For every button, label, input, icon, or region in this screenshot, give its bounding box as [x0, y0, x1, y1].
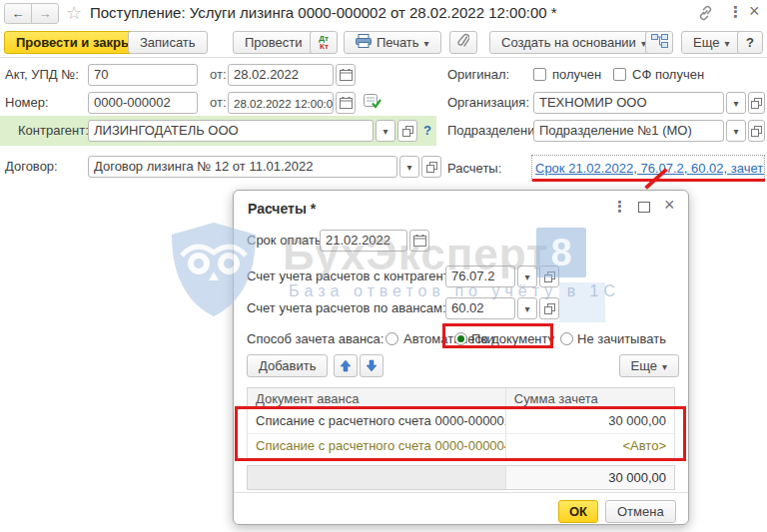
contract-input[interactable]: Договор лизинга № 12 от 11.01.2022 — [88, 156, 397, 178]
toolbar: Провести и закрыть Записать Провести ДтК… — [0, 28, 767, 58]
column-amount[interactable]: Сумма зачета — [505, 388, 674, 410]
contractor-field: ЛИЗИНГОДАТЕЛЬ ООО — [88, 120, 417, 142]
open-item-icon[interactable] — [539, 266, 559, 287]
dtkt-postings-button[interactable]: ДтКт — [310, 31, 338, 54]
act-number-input[interactable]: 70 — [88, 64, 198, 86]
favorite-star-icon[interactable] — [66, 2, 82, 24]
arrow-down-icon — [366, 359, 378, 372]
create-based-on-label: Создать на основании — [501, 35, 636, 50]
advance-account-input[interactable]: 60.02 — [445, 297, 515, 319]
original-received-checkbox[interactable] — [533, 68, 546, 81]
table-row[interactable]: Списание с расчетного счета 0000-000001 … — [248, 409, 674, 434]
document-number-input[interactable]: 0000-000002 — [88, 92, 198, 114]
related-documents-button[interactable] — [645, 31, 673, 54]
more-button[interactable]: Еще — [681, 31, 741, 54]
radio-no-offset[interactable] — [560, 332, 573, 345]
contract-label: Договор: — [5, 156, 58, 178]
arrow-up-icon — [340, 359, 352, 372]
settlements-dialog: Расчеты * Срок оплаты: 21.02.2022 Счет у… — [233, 190, 689, 525]
document-datetime-input[interactable]: 28.02.2022 12:00:00 — [228, 92, 334, 114]
save-button[interactable]: Записать — [128, 31, 208, 54]
dtkt-icon: ДтКт — [319, 35, 329, 51]
post-button[interactable]: Провести — [233, 31, 315, 54]
calendar-icon[interactable] — [336, 64, 356, 86]
dropdown-button[interactable] — [517, 266, 537, 287]
contract-field: Договор лизинга № 12 от 11.01.2022 — [88, 156, 441, 178]
move-row-up-button[interactable] — [334, 354, 358, 377]
radio-by-document[interactable] — [454, 332, 467, 345]
due-date-field: 21.02.2022 — [320, 230, 429, 252]
paperclip-icon — [457, 33, 469, 52]
create-based-on-button[interactable]: Создать на основании — [489, 31, 658, 54]
window-menu-icon[interactable] — [728, 3, 743, 21]
department-input[interactable]: Подразделение №1 (МО) — [533, 120, 724, 142]
printer-icon — [356, 34, 372, 51]
organization-input[interactable]: ТЕХНОМИР ООО — [533, 92, 724, 114]
row-document: Списание с расчетного счета 0000-000004 … — [248, 434, 505, 458]
dropdown-button[interactable] — [399, 156, 419, 178]
dropdown-button[interactable] — [726, 92, 746, 114]
forward-button[interactable] — [31, 3, 59, 24]
set-current-time-icon[interactable] — [364, 94, 382, 113]
act-date-input[interactable]: 28.02.2022 — [228, 64, 334, 86]
contractor-input[interactable]: ЛИЗИНГОДАТЕЛЬ ООО — [88, 120, 374, 142]
dropdown-button[interactable] — [376, 120, 395, 142]
add-row-button[interactable]: Добавить — [247, 354, 328, 377]
settlements-label: Расчеты: — [447, 158, 501, 180]
act-date-field: 28.02.2022 — [228, 64, 356, 86]
total-spacer — [248, 466, 505, 489]
help-button[interactable]: ? — [737, 31, 763, 54]
dialog-footer-divider — [234, 492, 688, 493]
radio-no-offset-label[interactable]: Не зачитывать — [577, 328, 666, 350]
table-row[interactable]: Списание с расчетного счета 0000-000004 … — [248, 434, 674, 459]
sf-received-text[interactable]: СФ получен — [632, 64, 704, 86]
attachments-button[interactable] — [449, 31, 477, 54]
window-close-icon[interactable] — [749, 1, 760, 22]
radio-automatic[interactable] — [385, 332, 398, 345]
settlements-link[interactable]: Срок 21.02.2022, 76.07.2, 60.02, зачет а… — [531, 155, 765, 181]
print-button[interactable]: Печать — [344, 31, 441, 54]
row-amount: <Авто> — [505, 434, 674, 458]
open-item-icon[interactable] — [748, 92, 765, 114]
open-item-icon[interactable] — [539, 297, 559, 319]
advance-table-header: Документ аванса Сумма зачета — [247, 387, 675, 411]
dialog-maximize-icon[interactable] — [638, 202, 650, 213]
sf-received-checkbox[interactable] — [613, 68, 626, 81]
ok-button[interactable]: ОК — [558, 500, 598, 523]
contractor-help-link[interactable]: ? — [423, 120, 431, 142]
organization-field: ТЕХНОМИР ООО — [533, 92, 765, 114]
original-received-text[interactable]: получен — [552, 64, 601, 86]
dropdown-button[interactable] — [726, 120, 746, 142]
act-date-from-label: от: — [210, 64, 227, 86]
total-amount: 30 000,00 — [505, 466, 674, 489]
chevron-down-icon — [662, 358, 667, 373]
document-number-label: Номер: — [5, 92, 49, 114]
column-document[interactable]: Документ аванса — [248, 388, 505, 410]
dialog-menu-icon[interactable] — [612, 198, 627, 216]
due-date-label: Срок оплаты: — [247, 230, 328, 252]
radio-by-document-label[interactable]: По документу — [471, 328, 554, 350]
act-number-label: Акт, УПД №: — [5, 64, 79, 86]
advance-table-body: Списание с расчетного счета 0000-000001 … — [247, 409, 675, 460]
cancel-button[interactable]: Отмена — [605, 500, 676, 523]
move-row-down-button[interactable] — [360, 354, 384, 377]
calendar-icon[interactable] — [409, 230, 429, 252]
document-date-field: 28.02.2022 12:00:00 — [228, 92, 356, 114]
open-item-icon[interactable] — [397, 120, 417, 142]
row-amount: 30 000,00 — [505, 409, 674, 433]
back-button[interactable] — [4, 3, 32, 24]
more-button-label: Еще — [693, 35, 719, 50]
open-item-icon[interactable] — [421, 156, 441, 178]
get-link-icon[interactable] — [697, 5, 714, 24]
contractor-account-field: 76.07.2 — [445, 266, 559, 287]
organization-label: Организация: — [447, 92, 529, 114]
page-title: Поступление: Услуги лизинга 0000-000002 … — [90, 4, 557, 21]
open-item-icon[interactable] — [748, 120, 765, 142]
due-date-input[interactable]: 21.02.2022 — [320, 230, 407, 252]
dropdown-button[interactable] — [517, 297, 537, 319]
dialog-close-icon[interactable] — [664, 195, 675, 216]
offset-method-label: Способ зачета аванса: — [247, 328, 384, 350]
calendar-icon[interactable] — [336, 92, 356, 114]
dialog-more-button[interactable]: Еще — [619, 354, 679, 377]
contractor-account-input[interactable]: 76.07.2 — [445, 266, 515, 287]
